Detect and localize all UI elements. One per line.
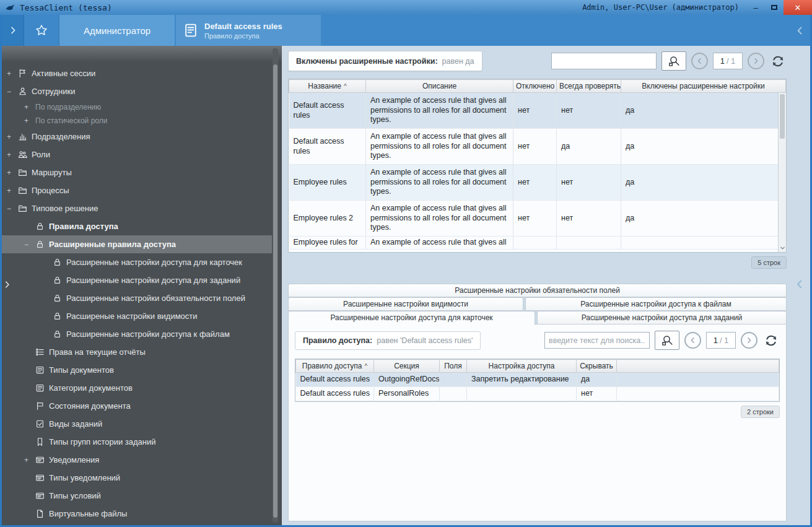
- sidebar-item[interactable]: Расширенные настройки доступа к файлам: [2, 325, 272, 343]
- tree-expander[interactable]: +: [24, 116, 35, 125]
- page-indicator[interactable]: 1 / 1: [713, 53, 743, 69]
- column-header[interactable]: Отключено: [513, 80, 557, 93]
- sidebar-item[interactable]: −Расширенные правила доступа: [2, 235, 272, 253]
- tab-task-access-settings[interactable]: Расширенные настройки доступа для задани…: [537, 311, 787, 324]
- detail-search-input[interactable]: [544, 332, 650, 349]
- sidebar-item[interactable]: Типы групп истории заданий: [2, 433, 272, 451]
- collapse-main-handle[interactable]: [795, 279, 805, 292]
- card-access-table-container: Правило доступа^СекцияПоляНастройка дост…: [295, 359, 780, 402]
- sidebar-scrollbar-thumb[interactable]: [273, 64, 277, 518]
- sidebar-item[interactable]: Категории документов: [2, 379, 272, 397]
- sidebar-item[interactable]: −Сотрудники: [2, 82, 272, 100]
- prev-page-button[interactable]: [691, 53, 708, 69]
- sidebar-item[interactable]: −Типовое решение: [2, 199, 272, 217]
- tree-expander[interactable]: +: [7, 69, 18, 78]
- table-row[interactable]: Default access rulesAn example of access…: [289, 129, 786, 165]
- tree-expander[interactable]: −: [7, 87, 18, 96]
- sidebar-scrollbar[interactable]: [273, 48, 278, 523]
- chevron-left-icon: [795, 279, 805, 289]
- sidebar-item[interactable]: +Уведомления: [2, 451, 272, 469]
- column-header[interactable]: Название^: [289, 80, 366, 93]
- next-page-button[interactable]: [748, 53, 764, 69]
- tree-expander[interactable]: −: [24, 240, 35, 249]
- scroll-down-arrow[interactable]: [779, 245, 786, 251]
- tree-expander[interactable]: +: [7, 186, 18, 195]
- sidebar-item[interactable]: Расширенные настройки доступа для задани…: [2, 271, 272, 289]
- sidebar-item[interactable]: +Подразделения: [2, 128, 272, 146]
- tab-mandatory-fields[interactable]: Расширенные настройки обязательности пол…: [288, 284, 787, 297]
- sidebar-item[interactable]: +Роли: [2, 146, 272, 163]
- sidebar-item[interactable]: +Маршруты: [2, 163, 272, 181]
- filter-chip-access-rule[interactable]: Правило доступа: равен 'Default access r…: [295, 331, 481, 350]
- expand-nav-button[interactable]: [2, 15, 24, 46]
- sidebar-item-label: По статической роли: [35, 116, 107, 125]
- favorites-button[interactable]: [24, 15, 59, 46]
- column-header[interactable]: Правило доступа^: [296, 360, 374, 373]
- table-row[interactable]: Employee rulesAn example of access rule …: [289, 165, 786, 201]
- tessa-logo-icon: [5, 3, 15, 12]
- column-header[interactable]: Настройка доступа: [467, 360, 577, 373]
- tree-expander[interactable]: +: [7, 133, 18, 141]
- sidebar-item[interactable]: Типы уведомлений: [2, 469, 272, 487]
- filter-chip-extended-settings[interactable]: Включены расширенные настройки: равен да: [288, 51, 482, 71]
- sidebar-item[interactable]: +Процессы: [2, 181, 272, 199]
- refresh-button[interactable]: [769, 53, 787, 70]
- sidebar-item[interactable]: Виртуальные файлы: [2, 505, 272, 523]
- cell: да: [621, 93, 786, 129]
- table-row[interactable]: Default access rulesAn example of access…: [289, 93, 786, 129]
- detail-search-button[interactable]: [655, 331, 679, 350]
- sidebar-item[interactable]: Виды заданий: [2, 415, 272, 433]
- sidebar-item[interactable]: +По статической роли: [2, 114, 272, 128]
- sidebar-item[interactable]: Правила доступа: [2, 217, 272, 235]
- column-header[interactable]: Описание: [366, 80, 513, 93]
- tab-visibility-settings[interactable]: Расширеныне настройки видимости: [288, 297, 523, 311]
- sidebar-item[interactable]: Расширенные настройки доступа для карточ…: [2, 253, 272, 271]
- column-header[interactable]: Секция: [374, 360, 440, 373]
- detail-page-indicator[interactable]: 1 / 1: [706, 332, 736, 349]
- sidebar-item[interactable]: Расширенные настройки обязательности пол…: [2, 289, 272, 307]
- minimize-button[interactable]: –: [746, 0, 765, 15]
- tree-expander[interactable]: −: [7, 204, 18, 213]
- sidebar-collapse-handle[interactable]: [3, 280, 11, 291]
- card-icon: [183, 23, 198, 38]
- tab-administrator[interactable]: Администратор: [59, 15, 176, 46]
- sidebar-item-label: Состояния документа: [49, 401, 131, 411]
- tree-expander[interactable]: +: [7, 168, 18, 177]
- table-row[interactable]: Employee rules 2An example of access rul…: [289, 201, 786, 237]
- navigation-sidebar: +Активные сессии−Сотрудники+По подраздел…: [2, 46, 282, 525]
- table-scrollbar-thumb[interactable]: [780, 94, 785, 139]
- table-row[interactable]: Default access rulesOutgoingRefDocsЗапре…: [296, 373, 779, 387]
- tree-expander[interactable]: +: [24, 456, 35, 464]
- tab-file-access-settings[interactable]: Расширенные настройки доступа к файлам: [525, 297, 787, 311]
- sidebar-item[interactable]: +Активные сессии: [2, 64, 272, 82]
- column-header[interactable]: Всегда проверять: [557, 80, 621, 93]
- sidebar-item[interactable]: Состояния документа: [2, 397, 272, 415]
- close-button[interactable]: ✕: [784, 0, 812, 15]
- detail-next-page-button[interactable]: [741, 332, 757, 349]
- table-row[interactable]: Employee rules forAn example of access r…: [289, 237, 786, 250]
- table-scrollbar[interactable]: [778, 93, 786, 252]
- cell: нет: [577, 387, 617, 401]
- sidebar-item-label: Виртуальные файлы: [49, 509, 127, 518]
- tree-expander[interactable]: +: [7, 150, 18, 159]
- column-header[interactable]: Включены расширенные настройки: [621, 80, 786, 93]
- collapse-right-panel-button[interactable]: [789, 15, 810, 46]
- column-header[interactable]: Скрывать: [577, 360, 617, 373]
- current-page: 1: [720, 56, 725, 66]
- mail-icon: [35, 491, 45, 500]
- sidebar-item[interactable]: Типы документов: [2, 361, 272, 379]
- detail-prev-page-button[interactable]: [684, 332, 701, 349]
- column-header[interactable]: Поля: [440, 360, 467, 373]
- table-row[interactable]: Default access rulesPersonalRolesнет: [296, 387, 779, 401]
- tree-expander[interactable]: +: [24, 103, 35, 111]
- sidebar-item[interactable]: Типы условий: [2, 487, 272, 505]
- search-input[interactable]: [551, 53, 657, 69]
- sidebar-item[interactable]: Расширеные настройки видимости: [2, 307, 272, 325]
- sidebar-item[interactable]: Права на текущие отчёты: [2, 343, 272, 361]
- tab-card-access-settings[interactable]: Расширенные настройки доступа для карточ…: [288, 311, 535, 325]
- detail-refresh-button[interactable]: [762, 332, 780, 349]
- maximize-button[interactable]: [765, 0, 784, 15]
- sidebar-item[interactable]: +По подразделению: [2, 100, 272, 114]
- search-button[interactable]: [661, 51, 686, 71]
- tab-open-card[interactable]: Default access rules Правило доступа: [176, 15, 321, 46]
